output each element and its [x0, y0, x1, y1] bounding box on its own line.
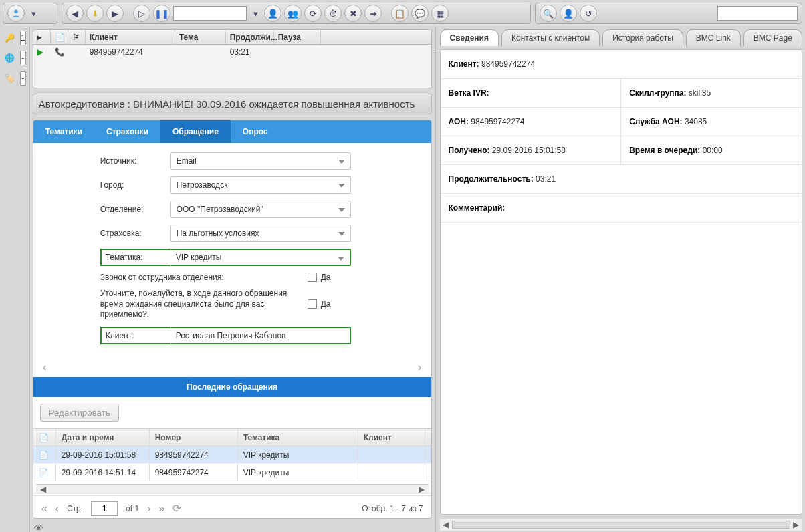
refresh-icon[interactable]: ⟳: [304, 5, 322, 22]
hist-col-topic[interactable]: Тематика: [238, 429, 358, 446]
scroll-left-icon[interactable]: ‹: [43, 360, 47, 374]
sidebar-status: 🔑 1 🌐 - 🏷️ -: [0, 27, 30, 532]
scroll-right-icon[interactable]: ▶: [790, 520, 802, 529]
pager-of: of 1: [126, 504, 139, 513]
combo-source-value: Email: [177, 156, 197, 166]
send-icon[interactable]: ➜: [364, 5, 382, 22]
rtab-bmclink[interactable]: BMC Link: [686, 29, 741, 46]
col-pause[interactable]: Пауза: [274, 30, 321, 44]
hist-cell-num: 984959742274: [150, 446, 238, 463]
scroll-left-icon[interactable]: ◀: [440, 520, 452, 529]
next-call-icon[interactable]: ▶: [106, 5, 124, 22]
combo-topic-value: VIP кредиты: [176, 253, 222, 262]
combo-topic[interactable]: VIP кредиты: [170, 249, 351, 266]
right-tabs: Сведения Контакты с клиентом История раб…: [436, 27, 806, 49]
grid-icon[interactable]: ▦: [431, 5, 449, 22]
pager: « ‹ Стр. of 1 › » ⟳ Отобр. 1 - 7 из 7: [33, 495, 431, 519]
right-hscroll[interactable]: ◀ ▶: [440, 519, 802, 531]
cell-client: 984959742274: [86, 45, 175, 59]
info-ivr-k: Ветка IVR:: [449, 88, 489, 98]
key-icon: 🔑: [3, 31, 16, 45]
hist-col-num[interactable]: Номер: [150, 429, 238, 446]
col-client[interactable]: Клиент: [86, 30, 175, 44]
info-skill-k: Скилл-группа:: [629, 88, 686, 98]
history-hscroll[interactable]: ◀ ▶: [36, 484, 429, 494]
script-icon[interactable]: 📋: [391, 5, 409, 22]
label-q2: Уточните, пожалуйста, в ходе данного обр…: [100, 289, 308, 320]
scroll-track[interactable]: [452, 521, 790, 529]
hist-col-client[interactable]: Клиент: [358, 429, 425, 446]
status-field-3[interactable]: -: [20, 71, 26, 86]
combo-city[interactable]: Петрозаводск: [170, 176, 351, 194]
tab-request[interactable]: Обращение: [160, 120, 231, 143]
prev-call-icon[interactable]: ◀: [66, 5, 84, 22]
input-client-value: Ростислав Петрович Кабанов: [176, 331, 286, 340]
scroll-right-icon[interactable]: ▶: [415, 485, 429, 494]
tag-icon: 🏷️: [3, 72, 16, 85]
dial-input[interactable]: [173, 6, 247, 21]
agent-search-icon[interactable]: 🔍: [540, 5, 557, 22]
transfer-icon[interactable]: 👤: [264, 5, 281, 22]
call-type-icon: 📞: [51, 45, 68, 59]
label-client: Клиент:: [100, 327, 170, 344]
tab-topics[interactable]: Тематики: [33, 120, 94, 143]
col-icon2[interactable]: 📄: [51, 30, 68, 44]
rtab-info[interactable]: Сведения: [440, 29, 499, 46]
form-scroll: ‹ ›: [33, 358, 431, 377]
info-panel: Клиент: 984959742274 Ветка IVR: Скилл-гр…: [440, 49, 802, 515]
history-table: 📄 Дата и время Номер Тематика Клиент 📄 2…: [33, 428, 431, 481]
col-duration[interactable]: Продолжи...: [226, 30, 274, 44]
pager-next-icon[interactable]: ›: [147, 503, 150, 515]
info-skill-v: skill35: [689, 88, 711, 98]
hist-col-icon[interactable]: 📄: [33, 429, 56, 446]
search-input[interactable]: [717, 6, 798, 21]
cell-pause: [274, 45, 321, 59]
combo-insurance[interactable]: На льготных условиях: [170, 225, 351, 242]
hist-col-dt[interactable]: Дата и время: [56, 429, 150, 446]
rtab-bmcpage[interactable]: BMC Page: [743, 29, 802, 46]
edit-button[interactable]: Редактировать: [40, 404, 119, 422]
combo-dept[interactable]: ООО "Петрозаводский": [170, 201, 351, 218]
info-client-v: 984959742274: [481, 59, 535, 69]
pause-icon[interactable]: ❚❚: [153, 5, 170, 22]
chat-icon[interactable]: 💬: [411, 5, 429, 22]
col-icon1[interactable]: ▸: [33, 30, 51, 44]
flag-icon: [68, 45, 86, 59]
pager-page-input[interactable]: [91, 501, 118, 516]
input-client[interactable]: Ростислав Петрович Кабанов: [170, 327, 351, 344]
scroll-right-icon[interactable]: ›: [418, 360, 422, 374]
hist-cell-client: [358, 464, 425, 481]
rtab-history[interactable]: История работы: [602, 29, 683, 46]
rtab-contacts[interactable]: Контакты с клиентом: [501, 29, 600, 46]
pager-last-icon[interactable]: »: [158, 503, 164, 515]
agent-status-icon[interactable]: [7, 5, 25, 22]
call-row[interactable]: ▶ 📞 984959742274 03:21: [33, 45, 431, 59]
dial-dropdown[interactable]: ▾: [249, 5, 261, 22]
col-theme[interactable]: Тема: [175, 30, 226, 44]
hist-row[interactable]: 📄 29-09-2016 14:51:14 984959742274 VIP к…: [33, 464, 431, 481]
pager-refresh-icon[interactable]: ⟳: [172, 502, 181, 515]
conference-icon[interactable]: 👥: [284, 5, 302, 22]
col-icon3[interactable]: 🏳: [68, 30, 86, 44]
toolbar-mode-dropdown[interactable]: ▾: [27, 5, 39, 22]
pager-page-label: Стр.: [67, 504, 83, 513]
footer-status-icon: 👁: [30, 521, 435, 532]
info-aon-k: АОН:: [449, 117, 469, 126]
hist-row[interactable]: 📄 29-09-2016 15:01:58 984959742274 VIP к…: [33, 446, 431, 464]
pager-prev-icon[interactable]: ‹: [55, 503, 59, 515]
agent-transfer-icon[interactable]: ↺: [580, 5, 597, 22]
agent-list-icon[interactable]: 👤: [560, 5, 577, 22]
checkbox-q1[interactable]: [308, 273, 317, 282]
wait-icon[interactable]: ⏱: [324, 5, 342, 22]
down-icon[interactable]: ⬇: [86, 5, 104, 22]
status-field-2[interactable]: -: [20, 51, 26, 65]
scroll-left-icon[interactable]: ◀: [36, 485, 50, 494]
status-field-1[interactable]: 1: [20, 31, 26, 45]
tab-survey[interactable]: Опрос: [231, 120, 280, 143]
tab-insurance[interactable]: Страховки: [94, 120, 160, 143]
play-icon[interactable]: ▷: [133, 5, 150, 22]
checkbox-q2[interactable]: [308, 299, 317, 309]
pager-first-icon[interactable]: «: [41, 503, 47, 515]
combo-source[interactable]: Email: [170, 152, 351, 170]
cancel-icon[interactable]: ✖: [344, 5, 362, 22]
